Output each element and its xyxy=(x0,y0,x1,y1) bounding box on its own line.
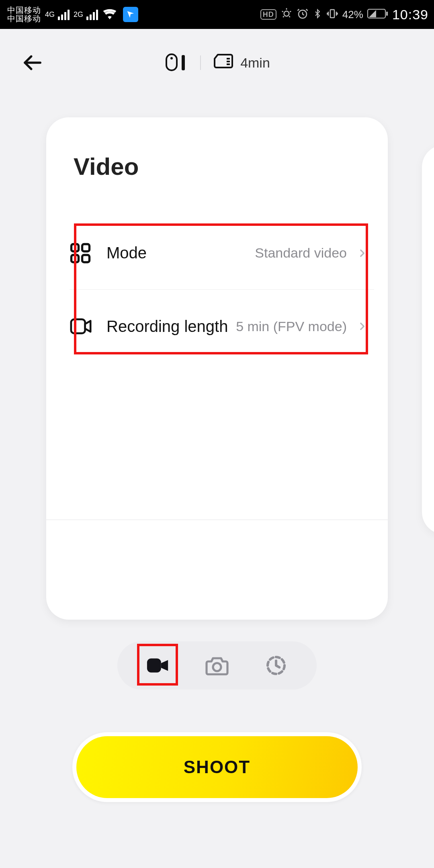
eye-comfort-icon xyxy=(280,8,293,22)
svg-point-0 xyxy=(284,11,289,16)
mode-label: Mode xyxy=(106,244,147,262)
shoot-button-label: SHOOT xyxy=(184,757,250,777)
svg-rect-20 xyxy=(82,255,90,262)
svg-line-2 xyxy=(282,11,283,12)
svg-line-5 xyxy=(289,16,290,17)
battery-percent: 42% xyxy=(342,8,363,21)
app-badge-icon xyxy=(123,7,138,22)
recording-length-label: Recording length xyxy=(106,317,228,336)
video-filled-icon xyxy=(146,657,170,674)
card-title: Video xyxy=(74,153,374,180)
signal-bars-2-icon xyxy=(86,9,98,20)
mode-row[interactable]: Mode Standard video xyxy=(70,217,374,290)
svg-rect-17 xyxy=(72,244,79,251)
signal-bars-1-icon xyxy=(58,9,70,20)
svg-point-12 xyxy=(170,57,173,59)
back-button[interactable] xyxy=(16,47,48,79)
network-type-1: 4G xyxy=(45,10,55,19)
sd-card-icon xyxy=(213,53,233,72)
chevron-right-icon xyxy=(354,321,370,332)
hd-icon: HD xyxy=(260,9,276,20)
timelapse-mode-button[interactable] xyxy=(257,646,295,685)
svg-rect-18 xyxy=(82,244,90,251)
svg-rect-11 xyxy=(166,54,177,70)
alarm-icon xyxy=(297,8,309,22)
mode-value: Standard video xyxy=(255,245,347,261)
bluetooth-icon xyxy=(313,8,322,22)
grid-icon xyxy=(70,242,106,264)
photo-mode-button[interactable] xyxy=(198,646,236,685)
camera-icon xyxy=(205,655,229,676)
timelapse-icon xyxy=(265,654,287,677)
network-type-2: 2G xyxy=(74,10,83,19)
chevron-right-icon xyxy=(354,248,370,258)
svg-rect-7 xyxy=(330,10,334,18)
svg-point-23 xyxy=(213,663,221,671)
app-header: 4min xyxy=(0,29,434,96)
arrow-left-icon xyxy=(21,52,43,74)
storage-indicator[interactable]: 4min xyxy=(213,53,270,72)
header-divider xyxy=(200,55,201,70)
svg-rect-13 xyxy=(182,55,185,70)
svg-rect-19 xyxy=(72,255,79,262)
status-bar: 中国移动 中国移动 4G 2G HD 42% 10:39 xyxy=(0,0,434,29)
carrier-2: 中国移动 xyxy=(7,14,41,23)
carrier-1: 中国移动 xyxy=(7,6,41,14)
settings-list: Mode Standard video Recording length 5 m… xyxy=(70,217,374,363)
shoot-button-wrap: SHOOT xyxy=(72,732,362,802)
recording-length-value: 5 min (FPV mode) xyxy=(236,319,347,334)
storage-time-text: 4min xyxy=(240,55,270,71)
svg-rect-22 xyxy=(147,659,161,673)
svg-line-3 xyxy=(290,11,291,12)
wifi-icon xyxy=(103,8,117,21)
battery-icon xyxy=(367,8,388,21)
video-icon xyxy=(70,317,106,335)
svg-rect-9 xyxy=(386,12,388,16)
card-divider xyxy=(46,520,388,520)
carrier-labels: 中国移动 中国移动 xyxy=(7,6,41,23)
svg-rect-21 xyxy=(71,319,85,334)
video-settings-card: Video Mode Standard video xyxy=(46,117,388,620)
video-mode-button[interactable] xyxy=(139,646,177,685)
shoot-button[interactable]: SHOOT xyxy=(76,736,358,798)
recording-length-row[interactable]: Recording length 5 min (FPV mode) xyxy=(70,290,374,363)
device-battery-icon xyxy=(164,51,188,74)
vibrate-icon xyxy=(326,8,338,22)
next-card-peek[interactable] xyxy=(422,145,434,534)
capture-mode-toggle xyxy=(117,641,317,690)
svg-line-4 xyxy=(283,16,284,17)
clock-text: 10:39 xyxy=(392,7,428,23)
